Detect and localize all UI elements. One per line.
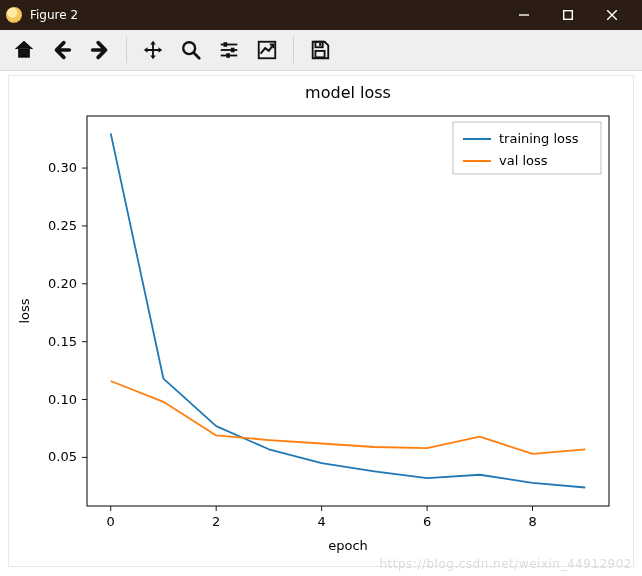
save-icon (309, 39, 331, 61)
forward-arrow-icon (89, 39, 111, 61)
x-tick-label: 2 (212, 514, 220, 529)
edit-axes-button[interactable] (249, 34, 285, 66)
close-button[interactable] (590, 0, 634, 30)
forward-button[interactable] (82, 34, 118, 66)
svg-rect-1 (564, 11, 573, 20)
move-icon (142, 39, 164, 61)
maximize-button[interactable] (546, 0, 590, 30)
svg-rect-11 (224, 42, 228, 47)
pan-button[interactable] (135, 34, 171, 66)
watermark-text: https://blog.csdn.net/weixin_44912902 (379, 557, 632, 571)
minimize-button[interactable] (502, 0, 546, 30)
home-icon (13, 39, 35, 61)
figure-canvas[interactable]: 024680.050.100.150.200.250.30model losse… (0, 71, 642, 576)
plot-svg: 024680.050.100.150.200.250.30model losse… (9, 76, 633, 566)
chart-title: model loss (305, 83, 391, 102)
y-tick-label: 0.30 (48, 160, 77, 175)
zoom-button[interactable] (173, 34, 209, 66)
y-tick-label: 0.15 (48, 334, 77, 349)
legend-label: training loss (499, 131, 579, 146)
window-title: Figure 2 (30, 8, 502, 22)
y-tick-label: 0.05 (48, 449, 77, 464)
x-axis-label: epoch (328, 538, 368, 553)
toolbar-separator (126, 37, 127, 63)
y-tick-label: 0.20 (48, 276, 77, 291)
svg-rect-16 (319, 43, 321, 46)
save-button[interactable] (302, 34, 338, 66)
svg-rect-4 (19, 48, 30, 57)
svg-rect-17 (315, 51, 324, 57)
svg-rect-13 (226, 53, 230, 58)
svg-rect-15 (315, 42, 322, 48)
x-tick-label: 8 (528, 514, 536, 529)
configure-subplots-button[interactable] (211, 34, 247, 66)
home-button[interactable] (6, 34, 42, 66)
y-axis-label: loss (17, 298, 32, 323)
x-tick-label: 4 (317, 514, 325, 529)
legend-label: val loss (499, 153, 548, 168)
y-tick-label: 0.10 (48, 392, 77, 407)
svg-rect-12 (231, 48, 235, 53)
app-icon (6, 7, 22, 23)
back-arrow-icon (51, 39, 73, 61)
svg-line-7 (194, 53, 200, 59)
toolbar-separator (293, 37, 294, 63)
x-tick-label: 6 (423, 514, 431, 529)
titlebar: Figure 2 (0, 0, 642, 30)
sliders-icon (218, 39, 240, 61)
chart-line-icon (256, 39, 278, 61)
magnify-icon (180, 39, 202, 61)
plot-frame: 024680.050.100.150.200.250.30model losse… (8, 75, 634, 567)
toolbar (0, 30, 642, 71)
x-tick-label: 0 (107, 514, 115, 529)
y-tick-label: 0.25 (48, 218, 77, 233)
back-button[interactable] (44, 34, 80, 66)
